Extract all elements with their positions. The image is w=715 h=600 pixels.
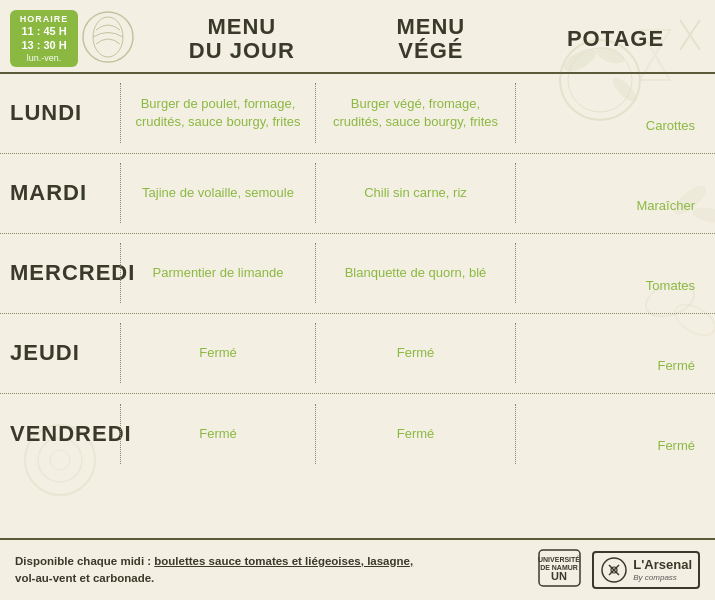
menu-vege-cell: Fermé <box>315 404 515 464</box>
svg-point-15 <box>83 12 133 62</box>
day-label: JEUDI <box>0 340 120 366</box>
menu-jour-cell: Parmentier de limande <box>120 243 315 303</box>
footer-prefix: Disponible chaque midi : <box>15 555 154 567</box>
day-label: VENDREDI <box>0 421 120 447</box>
menu-vege-cell: Blanquette de quorn, blé <box>315 243 515 303</box>
footer-text: Disponible chaque midi : boulettes sauce… <box>15 553 537 588</box>
main-container: HORAIRE 11 : 45 H 13 : 30 H lun.-ven. ME… <box>0 0 715 600</box>
header: HORAIRE 11 : 45 H 13 : 30 H lun.-ven. ME… <box>0 0 715 74</box>
menu-row-mardi: MARDI Tajine de volaille, semoule Chili … <box>0 154 715 234</box>
unamur-logo: UNIVERSITÉ DE NAMUR UN <box>537 548 582 592</box>
menu-vege-cell: Chili sin carne, riz <box>315 163 515 223</box>
day-label: MARDI <box>0 180 120 206</box>
menu-row-jeudi: JEUDI Fermé Fermé Fermé <box>0 314 715 394</box>
header-icon <box>78 10 138 65</box>
potage-cell: Fermé <box>515 404 715 464</box>
footer: Disponible chaque midi : boulettes sauce… <box>0 538 715 600</box>
column-headers: MENU DU JOUR MENU VÉGÉ POTAGE <box>138 10 715 63</box>
menu-vege-cell: Fermé <box>315 323 515 383</box>
menu-table: LUNDI Burger de poulet, formage, crudité… <box>0 74 715 474</box>
footer-underline: boulettes sauce tomates et liégeoises, l… <box>154 555 413 567</box>
menu-row-mercredi: MERCREDI Parmentier de limande Blanquett… <box>0 234 715 314</box>
menu-vege-cell: Burger végé, fromage, crudités, sauce bo… <box>315 83 515 143</box>
potage-cell: Tomates <box>515 243 715 303</box>
menu-jour-cell: Burger de poulet, formage, crudités, sau… <box>120 83 315 143</box>
day-label: MERCREDI <box>0 260 120 286</box>
arsenal-text: L'Arsenal By compass <box>633 557 692 582</box>
potage-header: POTAGE <box>567 27 664 51</box>
horaire-time-1: 11 : 45 H <box>18 24 70 38</box>
menu-jour-cell: Fermé <box>120 404 315 464</box>
day-label: LUNDI <box>0 100 120 126</box>
horaire-time-2: 13 : 30 H <box>18 38 70 52</box>
menu-jour-cell: Fermé <box>120 323 315 383</box>
footer-logos: UNIVERSITÉ DE NAMUR UN L'Arsenal By comp… <box>537 548 700 592</box>
svg-text:UN: UN <box>551 570 567 582</box>
footer-bold: vol-au-vent et carbonade. <box>15 572 154 584</box>
arsenal-logo: L'Arsenal By compass <box>592 551 700 589</box>
svg-point-16 <box>93 17 123 57</box>
menu-row-vendredi: VENDREDI Fermé Fermé Fermé <box>0 394 715 474</box>
horaire-label: HORAIRE <box>18 14 70 24</box>
potage-cell: Fermé <box>515 323 715 383</box>
menu-jour-header: MENU DU JOUR <box>189 15 295 63</box>
potage-cell: Carottes <box>515 83 715 143</box>
menu-vege-header: MENU VÉGÉ <box>396 15 465 63</box>
menu-jour-cell: Tajine de volaille, semoule <box>120 163 315 223</box>
svg-text:UNIVERSITÉ: UNIVERSITÉ <box>538 555 580 563</box>
potage-cell: Maraîcher <box>515 163 715 223</box>
horaire-sub: lun.-ven. <box>18 53 70 63</box>
horaire-box: HORAIRE 11 : 45 H 13 : 30 H lun.-ven. <box>10 10 78 67</box>
menu-row-lundi: LUNDI Burger de poulet, formage, crudité… <box>0 74 715 154</box>
